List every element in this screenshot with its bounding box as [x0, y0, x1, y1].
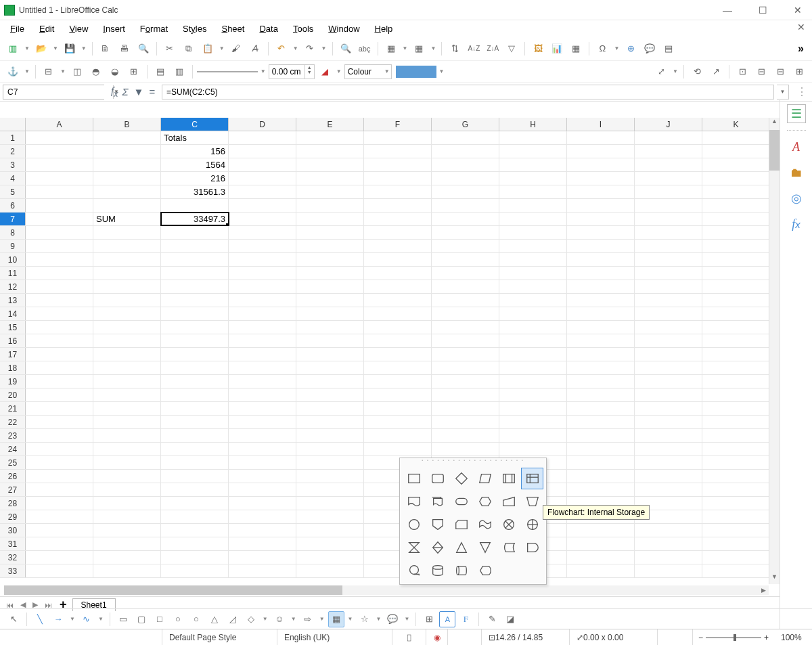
menu-file[interactable]: File: [4, 22, 30, 35]
cell-G8[interactable]: [432, 226, 499, 239]
cell-I5[interactable]: [567, 185, 635, 198]
cell-K30[interactable]: [702, 524, 770, 537]
flowchart-decision-icon[interactable]: [450, 468, 472, 489]
cell-J31[interactable]: [635, 537, 702, 550]
close-document-button[interactable]: ✕: [797, 22, 805, 32]
cell-B2[interactable]: [93, 145, 161, 158]
flowchart-magnetic-disk-icon[interactable]: [426, 560, 449, 581]
row-header-31[interactable]: 31: [0, 537, 26, 550]
column-header-C[interactable]: C: [161, 118, 229, 131]
row-header-24[interactable]: 24: [0, 443, 26, 455]
cell-G1[interactable]: [432, 131, 499, 144]
cell-B22[interactable]: [93, 416, 161, 428]
cell-D7[interactable]: [229, 213, 296, 225]
cell-K3[interactable]: [702, 158, 770, 171]
cell-E5[interactable]: [296, 185, 364, 198]
cell-J14[interactable]: [635, 307, 702, 320]
cell-D2[interactable]: [229, 145, 296, 158]
row-header-21[interactable]: 21: [0, 402, 26, 415]
cell-K33[interactable]: [702, 564, 770, 577]
cell-F18[interactable]: [364, 361, 432, 374]
close-button[interactable]: ✕: [788, 5, 808, 16]
cell-K12[interactable]: [702, 280, 770, 293]
cell-I3[interactable]: [567, 158, 635, 171]
cell-E6[interactable]: [296, 199, 364, 212]
status-formula-result[interactable]: [658, 629, 693, 645]
flowchart-merge-icon[interactable]: [474, 537, 496, 558]
status-signature[interactable]: [448, 629, 482, 645]
vertical-scrollbar[interactable]: ▲ ▼: [769, 118, 780, 584]
cell-E32[interactable]: [296, 551, 364, 564]
cell-C27[interactable]: [161, 483, 229, 496]
cell-D24[interactable]: [229, 443, 296, 455]
cell-G12[interactable]: [432, 280, 499, 293]
cell-I9[interactable]: [567, 240, 635, 252]
cell-J25[interactable]: [635, 456, 702, 469]
cell-J23[interactable]: [635, 429, 702, 442]
anchor-icon[interactable]: ⚓: [4, 63, 22, 81]
cell-B14[interactable]: [93, 307, 161, 320]
row-header-30[interactable]: 30: [0, 524, 26, 537]
cell-J16[interactable]: [635, 334, 702, 347]
cell-K32[interactable]: [702, 551, 770, 564]
cell-A23[interactable]: [26, 429, 93, 442]
row-header-6[interactable]: 6: [0, 199, 26, 212]
minimize-button[interactable]: —: [717, 5, 738, 16]
cell-C23[interactable]: [161, 429, 229, 442]
fill-type-select[interactable]: ▼: [344, 64, 392, 79]
cell-F3[interactable]: [364, 158, 432, 171]
cell-A11[interactable]: [26, 267, 93, 280]
cell-I23[interactable]: [567, 429, 635, 442]
column-header-H[interactable]: H: [499, 118, 567, 131]
cell-J8[interactable]: [635, 226, 702, 239]
fill-color-dropdown[interactable]: ▼: [438, 68, 446, 74]
export-pdf-icon[interactable]: 🗎: [97, 40, 114, 58]
cell-J30[interactable]: [635, 524, 702, 537]
flowchart-manual-input-icon[interactable]: [497, 491, 520, 512]
cell-C31[interactable]: [161, 537, 229, 550]
zoom-out-icon[interactable]: −: [698, 633, 703, 642]
scroll-up-arrow[interactable]: ▲: [769, 118, 780, 129]
cell-J24[interactable]: [635, 443, 702, 455]
clear-formatting-icon[interactable]: A̶: [246, 40, 264, 58]
cell-J10[interactable]: [635, 253, 702, 266]
flip-h-icon[interactable]: ⊟: [752, 63, 770, 81]
cell-C30[interactable]: [161, 524, 229, 537]
select-all-corner[interactable]: [0, 118, 26, 131]
flowchart-sort-icon[interactable]: [426, 537, 449, 558]
cell-H23[interactable]: [499, 429, 567, 442]
gallery-panel-icon[interactable]: 🖿: [787, 163, 806, 182]
flowchart-or-icon[interactable]: [521, 514, 543, 535]
cell-H2[interactable]: [499, 145, 567, 158]
cell-C2[interactable]: 156: [161, 145, 229, 158]
cell-I16[interactable]: [567, 334, 635, 347]
cell-D15[interactable]: [229, 321, 296, 334]
cell-C10[interactable]: [161, 253, 229, 266]
cell-H11[interactable]: [499, 267, 567, 280]
cell-A30[interactable]: [26, 524, 93, 537]
special-char-icon[interactable]: Ω: [593, 40, 611, 58]
cell-C8[interactable]: [161, 226, 229, 239]
cell-A25[interactable]: [26, 456, 93, 469]
cell-K9[interactable]: [702, 240, 770, 252]
row-header-13[interactable]: 13: [0, 294, 26, 307]
enter-group-icon[interactable]: ⊞: [790, 63, 808, 81]
cell-D11[interactable]: [229, 267, 296, 280]
cell-A7[interactable]: [26, 213, 93, 225]
functions-panel-icon[interactable]: fx: [787, 215, 806, 233]
curve-tool-icon[interactable]: ∿: [78, 611, 95, 627]
flowchart-dropdown[interactable]: ▼: [346, 616, 355, 622]
cell-J15[interactable]: [635, 321, 702, 334]
horizontal-scroll-thumb[interactable]: [4, 585, 342, 595]
cell-F5[interactable]: [364, 185, 432, 198]
cell-J32[interactable]: [635, 551, 702, 564]
cell-K22[interactable]: [702, 416, 770, 428]
row-header-26[interactable]: 26: [0, 470, 26, 483]
status-page-style[interactable]: Default Page Style: [162, 629, 277, 645]
column-header-A[interactable]: A: [26, 118, 93, 131]
cell-A8[interactable]: [26, 226, 93, 239]
cell-K19[interactable]: [702, 375, 770, 388]
cell-B20[interactable]: [93, 388, 161, 401]
cell-J22[interactable]: [635, 416, 702, 428]
menu-help[interactable]: Help: [369, 22, 399, 35]
